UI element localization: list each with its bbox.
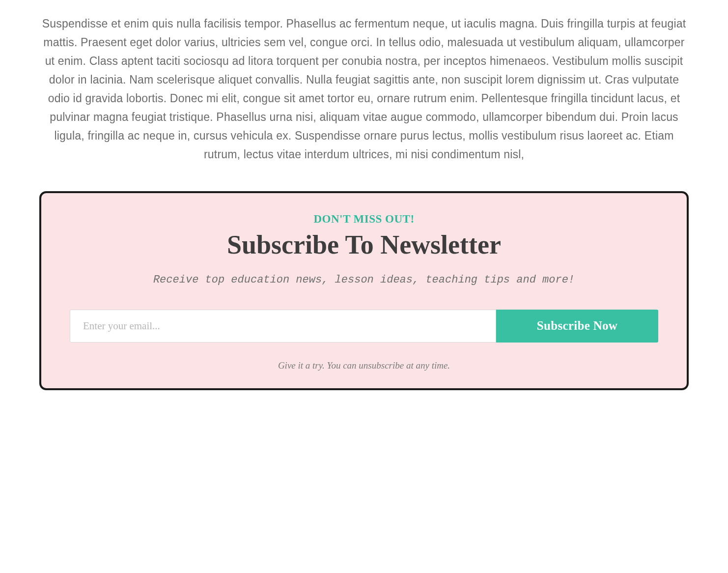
- newsletter-footnote: Give it a try. You can unsubscribe at an…: [66, 360, 662, 371]
- newsletter-eyebrow: DON'T MISS OUT!: [66, 213, 662, 226]
- newsletter-title: Subscribe To Newsletter: [66, 229, 662, 260]
- subscribe-button[interactable]: Subscribe Now: [496, 310, 658, 343]
- newsletter-box: DON'T MISS OUT! Subscribe To Newsletter …: [39, 191, 689, 390]
- email-field[interactable]: [70, 310, 496, 343]
- newsletter-subtitle: Receive top education news, lesson ideas…: [66, 274, 662, 286]
- article-body: Suspendisse et enim quis nulla facilisis…: [39, 15, 689, 164]
- newsletter-form-row: Subscribe Now: [66, 310, 662, 343]
